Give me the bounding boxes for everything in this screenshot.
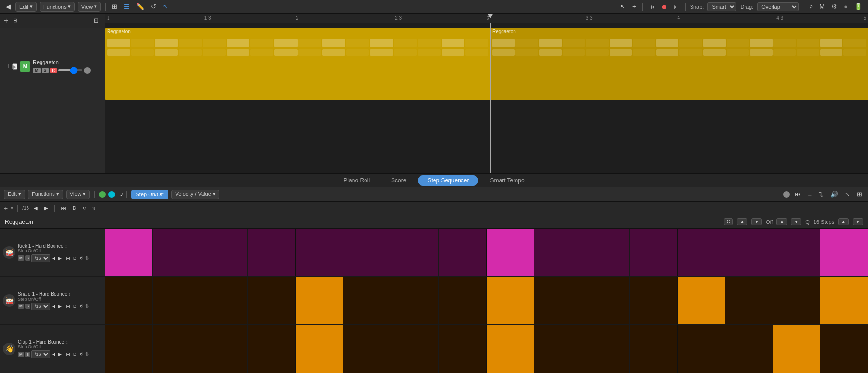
step-resize-btn[interactable]: ⤡ xyxy=(843,190,852,199)
step-cell-2-13[interactable] xyxy=(725,325,773,373)
step-cell-0-1[interactable] xyxy=(153,229,201,276)
step-cell-1-2[interactable] xyxy=(200,277,248,325)
step-cell-1-4[interactable] xyxy=(296,277,344,325)
play-button[interactable]: ⏯ xyxy=(671,2,681,11)
clap-loop[interactable]: ↺ xyxy=(79,352,84,357)
step-cell-2-1[interactable] xyxy=(153,325,201,373)
back-button[interactable]: ◀ xyxy=(4,2,13,11)
kick-m-btn[interactable]: M xyxy=(18,255,24,261)
clap-right[interactable]: ▶ xyxy=(57,352,63,357)
clap-division[interactable]: /16/8/32 xyxy=(31,350,50,358)
kick-s-btn[interactable]: S xyxy=(25,255,30,261)
steps-down-btn[interactable]: ▼ xyxy=(853,218,863,225)
snare-chevrons[interactable]: ⇅ xyxy=(85,304,89,309)
step-cell-0-15[interactable] xyxy=(820,229,868,276)
pointer-tool[interactable]: ↖ xyxy=(618,2,627,11)
edit-menu[interactable]: Edit ▾ xyxy=(15,2,37,12)
record-button[interactable]: ⏺ xyxy=(659,2,669,12)
snare-s-btn[interactable]: S xyxy=(25,304,30,309)
volume-slider[interactable] xyxy=(58,69,82,71)
step-up-down-btn[interactable]: ⇅ xyxy=(816,190,826,199)
track-lane-1[interactable]: Reggaeton xyxy=(105,23,868,173)
tab-step-sequencer[interactable]: Step Sequencer xyxy=(418,175,478,186)
step-expand-btn[interactable]: ⊞ xyxy=(855,190,864,199)
snare-loop[interactable]: ↺ xyxy=(79,304,84,309)
step-cell-0-14[interactable] xyxy=(773,229,821,276)
step-cell-2-0[interactable] xyxy=(105,325,153,373)
step-cell-2-8[interactable] xyxy=(487,325,535,373)
kick-left[interactable]: ◀ xyxy=(51,256,56,261)
track-list-settings[interactable]: ⊡ xyxy=(92,16,101,25)
step-cell-0-10[interactable] xyxy=(582,229,630,276)
rewind-button[interactable]: ⏮ xyxy=(647,2,657,11)
step-left-btn[interactable]: ◀ xyxy=(32,205,40,212)
step-edit-menu[interactable]: Edit ▾ xyxy=(4,190,25,199)
kick-loop[interactable]: ↺ xyxy=(79,256,84,261)
step-cell-0-5[interactable] xyxy=(343,229,391,276)
pencil-button[interactable]: ✏️ xyxy=(135,2,146,11)
step-cell-2-4[interactable] xyxy=(296,325,344,373)
root-btn[interactable]: C xyxy=(724,218,733,225)
step-cell-2-6[interactable] xyxy=(391,325,439,373)
loop-button[interactable]: ↺ xyxy=(149,2,158,11)
root-up-btn[interactable]: ▲ xyxy=(737,218,747,225)
step-direction-btn[interactable]: D xyxy=(71,205,78,212)
functions-menu[interactable]: Functions ▾ xyxy=(40,2,75,12)
drag-select[interactable]: Overlap No Overlap xyxy=(757,2,799,11)
step-cell-1-3[interactable] xyxy=(248,277,296,325)
step-cell-0-13[interactable] xyxy=(725,229,773,276)
add-row-button[interactable]: + xyxy=(4,205,8,212)
step-speaker-btn[interactable]: 🔊 xyxy=(828,190,840,199)
step-cell-0-2[interactable] xyxy=(200,229,248,276)
step-cell-1-10[interactable] xyxy=(582,277,630,325)
step-loop-btn[interactable]: ↺ xyxy=(81,205,89,212)
list-view-button[interactable]: ☰ xyxy=(122,2,132,11)
step-cell-0-8[interactable] xyxy=(487,229,535,276)
midi-button[interactable]: M xyxy=(817,2,827,11)
step-cell-1-9[interactable] xyxy=(534,277,582,325)
step-cell-0-7[interactable] xyxy=(439,229,487,276)
snare-left[interactable]: ◀ xyxy=(51,304,56,309)
step-cell-2-11[interactable] xyxy=(630,325,678,373)
clap-s-btn[interactable]: S xyxy=(25,352,30,357)
kick-division[interactable]: /16/8/32 xyxy=(31,254,50,262)
battery-button[interactable]: 🔋 xyxy=(853,2,864,11)
step-cell-0-9[interactable] xyxy=(534,229,582,276)
snare-right[interactable]: ▶ xyxy=(57,304,63,309)
step-cell-0-11[interactable] xyxy=(630,229,678,276)
steps-up-btn[interactable]: ▲ xyxy=(838,218,849,225)
step-cell-2-7[interactable] xyxy=(439,325,487,373)
clap-left[interactable]: ◀ xyxy=(51,352,56,357)
root-down-btn[interactable]: ▼ xyxy=(751,218,762,225)
add-tool[interactable]: + xyxy=(630,2,638,11)
kick-right[interactable]: ▶ xyxy=(57,256,63,261)
view-menu[interactable]: View ▾ xyxy=(78,2,101,12)
kick-back[interactable]: ⏮ xyxy=(65,256,71,261)
step-eq-btn[interactable]: ≡ xyxy=(806,190,814,199)
step-cell-1-1[interactable] xyxy=(153,277,201,325)
circle-button[interactable]: ● xyxy=(842,2,850,11)
track-expand[interactable]: ▶ xyxy=(12,63,17,70)
step-cell-1-8[interactable] xyxy=(487,277,535,325)
step-cell-2-3[interactable] xyxy=(248,325,296,373)
reggaeton-block-1[interactable]: Reggaeton xyxy=(105,28,490,100)
track-options-button[interactable]: ⊞ xyxy=(11,16,19,25)
snare-division[interactable]: /16/8/32 xyxy=(31,303,50,310)
reggaeton-block-2[interactable]: Reggaeton xyxy=(490,28,868,100)
step-cell-2-9[interactable] xyxy=(534,325,582,373)
kick-chevrons[interactable]: ⇅ xyxy=(85,256,89,261)
add-track-button[interactable]: + xyxy=(4,17,8,25)
step-cell-1-11[interactable] xyxy=(630,277,678,325)
record-enable-button[interactable]: R xyxy=(50,68,57,73)
snare-dir[interactable]: D xyxy=(72,304,78,309)
step-cell-0-0[interactable] xyxy=(105,229,153,276)
step-cell-1-15[interactable] xyxy=(820,277,868,325)
offset-up-btn[interactable]: ▲ xyxy=(776,218,787,225)
step-on-off-btn[interactable]: Step On/Off xyxy=(131,190,169,199)
tune-button[interactable]: ♯ xyxy=(808,2,814,11)
clap-chevrons[interactable]: ⇅ xyxy=(85,352,89,357)
clap-m-btn[interactable]: M xyxy=(18,352,24,357)
step-cell-0-3[interactable] xyxy=(248,229,296,276)
tab-score[interactable]: Score xyxy=(381,175,416,186)
step-cell-2-5[interactable] xyxy=(343,325,391,373)
